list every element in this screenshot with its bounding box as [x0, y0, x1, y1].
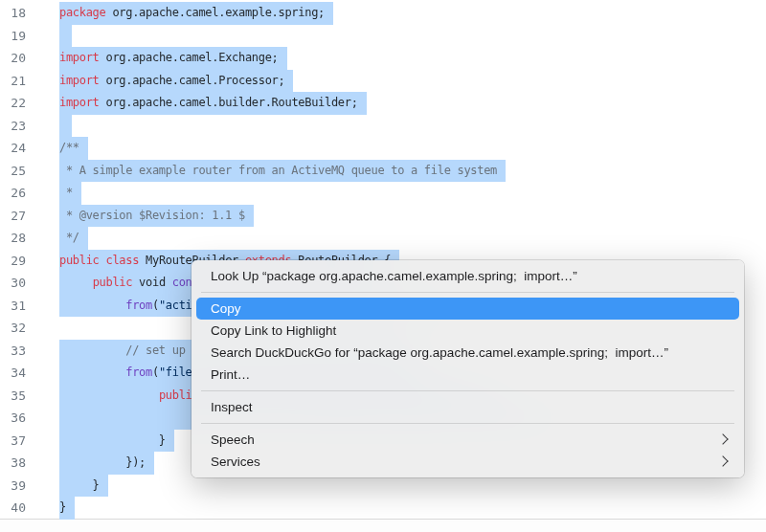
- menu-item-label: Copy Link to Highlight: [211, 323, 336, 338]
- selection-highlight: [59, 115, 72, 138]
- code-line: 25 * A simple example router from an Act…: [0, 160, 766, 183]
- code-line: 19: [0, 25, 766, 48]
- code-line-content: });: [59, 452, 154, 475]
- page-footer-strip: [0, 521, 766, 532]
- code-line: 23: [0, 115, 766, 138]
- code-line-content: import org.apache.camel.Exchange;: [59, 47, 287, 70]
- line-number: 23: [0, 115, 26, 138]
- selection-highlight: package org.apache.camel.example.spring;: [59, 2, 333, 25]
- menu-item-label: Speech: [211, 432, 255, 447]
- line-number: 20: [0, 47, 26, 70]
- code-line: 40}: [0, 497, 766, 520]
- menu-item-copy[interactable]: Copy: [196, 298, 739, 320]
- line-number: 28: [0, 227, 26, 250]
- selection-highlight: });: [59, 452, 154, 475]
- code-token: *: [59, 186, 73, 199]
- selection-highlight: * A simple example router from an Active…: [59, 160, 506, 183]
- menu-item-look-up[interactable]: Look Up “package org.apache.camel.exampl…: [196, 265, 739, 287]
- code-line-content: }: [59, 430, 174, 453]
- selection-highlight: */: [59, 227, 88, 250]
- selection-highlight: * @version $Revision: 1.1 $: [59, 205, 254, 228]
- code-token: * @version $Revision: 1.1 $: [59, 209, 245, 222]
- code-token: [59, 366, 125, 379]
- selection-highlight: import org.apache.camel.Processor;: [59, 70, 293, 93]
- menu-separator: [201, 423, 734, 424]
- line-number: 25: [0, 160, 26, 183]
- selection-highlight: [59, 25, 72, 48]
- line-number: 40: [0, 497, 26, 520]
- code-token: });: [59, 455, 146, 469]
- selection-highlight: }: [59, 475, 108, 498]
- line-number: 18: [0, 2, 26, 25]
- menu-item-speech[interactable]: Speech: [196, 429, 739, 451]
- line-number: 24: [0, 137, 26, 160]
- code-line-content: * @version $Revision: 1.1 $: [59, 205, 254, 228]
- code-line: 22import org.apache.camel.builder.RouteB…: [0, 92, 766, 115]
- line-number: 32: [0, 317, 26, 340]
- line-number: 21: [0, 70, 26, 93]
- submenu-chevron-icon: [717, 433, 728, 444]
- code-line: 39 }: [0, 475, 766, 498]
- menu-item-copy-link-to-highlight[interactable]: Copy Link to Highlight: [196, 320, 739, 342]
- code-token: import: [59, 51, 100, 64]
- code-token: org.apache.camel.example.spring;: [105, 6, 325, 19]
- code-token: [59, 299, 125, 312]
- code-line-content: }: [59, 475, 108, 498]
- context-menu: Look Up “package org.apache.camel.exampl…: [192, 260, 744, 477]
- code-line: 28 */: [0, 227, 766, 250]
- code-token: }: [59, 433, 166, 447]
- code-token: package: [59, 6, 105, 19]
- code-line: 24/**: [0, 137, 766, 160]
- line-number: 36: [0, 407, 26, 430]
- selection-highlight: }: [59, 430, 174, 453]
- menu-item-services[interactable]: Services: [196, 451, 739, 473]
- code-token: (: [152, 366, 159, 379]
- code-token: from: [125, 299, 152, 312]
- code-line-content: *: [59, 182, 81, 205]
- code-token: * A simple example router from an Active…: [59, 164, 497, 177]
- code-token: public: [93, 276, 133, 289]
- code-token: (: [152, 299, 159, 312]
- line-number: 29: [0, 250, 26, 273]
- line-number: 27: [0, 205, 26, 228]
- code-line: 21import org.apache.camel.Processor;: [0, 70, 766, 93]
- selection-highlight: /**: [59, 137, 88, 160]
- line-number: 22: [0, 92, 26, 115]
- code-token: }: [59, 478, 100, 492]
- selection-highlight: import org.apache.camel.Exchange;: [59, 47, 287, 70]
- code-token: org.apache.camel.builder.RouteBuilder;: [100, 96, 358, 109]
- line-number: 37: [0, 430, 26, 453]
- line-number: 35: [0, 385, 26, 408]
- code-line: 20import org.apache.camel.Exchange;: [0, 47, 766, 70]
- menu-item-label: Copy: [211, 301, 241, 316]
- line-number: 39: [0, 475, 26, 498]
- code-line-content: * A simple example router from an Active…: [59, 160, 506, 183]
- code-line-content: import org.apache.camel.builder.RouteBui…: [59, 92, 367, 115]
- code-token: void: [132, 276, 172, 289]
- menu-item-print[interactable]: Print…: [196, 364, 739, 386]
- code-line-content: [59, 115, 72, 138]
- line-number: 31: [0, 295, 26, 318]
- selection-highlight: *: [59, 182, 81, 205]
- menu-separator: [201, 292, 734, 293]
- menu-item-search-duckduckgo[interactable]: Search DuckDuckGo for “package org.apach…: [196, 342, 739, 364]
- code-line-content: import org.apache.camel.Processor;: [59, 70, 293, 93]
- menu-item-label: Inspect: [211, 400, 253, 414]
- code-token: org.apache.camel.Processor;: [100, 74, 285, 87]
- code-token: import: [59, 74, 100, 87]
- line-number: 34: [0, 362, 26, 385]
- line-number: 26: [0, 182, 26, 205]
- code-line-content: package org.apache.camel.example.spring;: [59, 2, 333, 25]
- code-line-content: [59, 25, 72, 48]
- menu-item-label: Print…: [211, 367, 250, 382]
- code-token: [59, 388, 159, 402]
- line-number: 30: [0, 272, 26, 295]
- menu-item-inspect[interactable]: Inspect: [196, 396, 739, 418]
- code-token: [59, 344, 125, 357]
- code-token: from: [125, 366, 152, 379]
- code-line-content: }: [59, 497, 75, 520]
- code-token: org.apache.camel.Exchange;: [100, 51, 279, 64]
- code-line-content: */: [59, 227, 88, 250]
- code-token: public class: [59, 254, 139, 267]
- code-line: 26 *: [0, 182, 766, 205]
